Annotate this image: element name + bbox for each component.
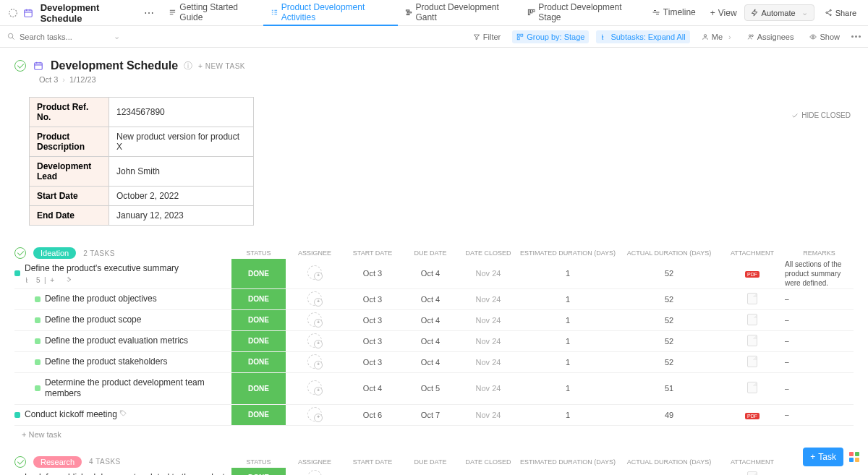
add-view[interactable]: + View: [703, 8, 744, 18]
check-icon: [14, 456, 26, 468]
assignee-add[interactable]: [307, 354, 322, 369]
tag-icon[interactable]: [119, 409, 127, 417]
tab-stage[interactable]: Product Development Stage: [520, 0, 644, 26]
status-bullet[interactable]: [35, 296, 41, 302]
file-icon[interactable]: [747, 382, 757, 393]
status-badge[interactable]: DONE: [231, 331, 286, 351]
status-bullet[interactable]: [14, 412, 20, 418]
col-header[interactable]: ATTACHMENT: [720, 249, 785, 257]
doc-title: Development Schedule: [41, 2, 137, 24]
tab-gantt[interactable]: Product Development Gantt: [398, 0, 521, 26]
task-row[interactable]: Define the product stakeholders DONE Oct…: [14, 352, 854, 373]
task-name: Define the product evaluation metrics: [45, 335, 188, 346]
file-icon[interactable]: [747, 471, 757, 475]
col-header[interactable]: ASSIGNEE: [286, 249, 344, 257]
status-badge[interactable]: DONE: [231, 468, 286, 475]
col-header[interactable]: ATTACHMENT: [720, 458, 785, 466]
fab-apps-button[interactable]: [849, 452, 859, 462]
due-date: Oct 4: [401, 316, 459, 325]
group-pill[interactable]: Research: [33, 456, 82, 468]
task-row[interactable]: Define the product's executive summary 5…: [14, 259, 854, 289]
pdf-icon[interactable]: PDF: [745, 413, 760, 419]
info-icon[interactable]: ⓘ: [184, 60, 192, 72]
assignee-add[interactable]: [307, 407, 322, 421]
col-header[interactable]: ESTIMATED DURATION (DAYS): [517, 249, 618, 257]
file-icon[interactable]: [747, 356, 757, 367]
task-row[interactable]: Define the product objectives DONE Oct 3…: [14, 289, 854, 310]
hide-closed-button[interactable]: HIDE CLOSED: [791, 111, 851, 119]
group-by-button[interactable]: Group by: Stage: [512, 30, 589, 43]
share-button[interactable]: Share: [820, 6, 861, 20]
status-bullet[interactable]: [35, 359, 41, 365]
new-task-row[interactable]: + New task: [14, 426, 854, 439]
task-row[interactable]: Define the product evaluation metrics DO…: [14, 331, 854, 352]
tab-timeline[interactable]: Timeline: [644, 0, 703, 26]
col-header[interactable]: REMARKS: [785, 249, 854, 257]
status-badge[interactable]: DONE: [231, 405, 286, 425]
status-bullet[interactable]: [35, 317, 41, 323]
col-header[interactable]: START DATE: [344, 458, 401, 466]
task-name: Look for published documents related to …: [25, 472, 225, 475]
status-badge[interactable]: DONE: [231, 259, 286, 288]
search-input[interactable]: [20, 33, 106, 41]
pdf-icon[interactable]: PDF: [745, 271, 760, 278]
col-header[interactable]: DATE CLOSED: [459, 249, 517, 257]
group-pill[interactable]: Ideation: [33, 247, 76, 259]
task-row[interactable]: Determine the product development team m…: [14, 373, 854, 405]
filter-button[interactable]: Filter: [469, 30, 505, 43]
assignee-add[interactable]: [307, 380, 322, 395]
task-row[interactable]: Define the product scope DONE Oct 3 Oct …: [14, 310, 854, 331]
assignee-add[interactable]: [307, 333, 322, 348]
col-header[interactable]: STATUS: [231, 249, 286, 257]
start-date: Oct 3: [344, 269, 401, 278]
col-header[interactable]: STATUS: [231, 458, 286, 466]
tab-getting-started[interactable]: Getting Started Guide: [161, 0, 263, 26]
date-closed: Nov 24: [459, 411, 517, 419]
col-header[interactable]: ACTUAL DURATION (DAYS): [618, 458, 720, 466]
date-closed: Nov 24: [459, 384, 517, 393]
status-badge[interactable]: DONE: [231, 289, 286, 309]
start-date: Oct 3: [344, 337, 401, 346]
assignees-button[interactable]: Assignees: [743, 30, 799, 43]
more-menu[interactable]: [851, 35, 861, 38]
col-header[interactable]: ACTUAL DURATION (DAYS): [618, 249, 720, 257]
est-duration: 1: [517, 295, 618, 304]
task-row[interactable]: Conduct kickoff meeting DONE Oct 6 Oct 7…: [14, 405, 854, 426]
assignee-add[interactable]: [307, 312, 322, 327]
fab-task-button[interactable]: + Task: [803, 448, 843, 466]
task-count: 4 TASKS: [89, 458, 121, 466]
file-icon[interactable]: [747, 335, 757, 346]
new-task-button[interactable]: + NEW TASK: [198, 62, 245, 70]
task-row[interactable]: Look for published documents related to …: [14, 468, 854, 475]
status-bullet[interactable]: [35, 338, 41, 344]
col-header[interactable]: START DATE: [344, 249, 401, 257]
me-button[interactable]: Me›: [697, 30, 736, 43]
attachment-cell: [720, 471, 785, 475]
assignee-add[interactable]: [307, 470, 322, 475]
doc-menu[interactable]: ⋯: [140, 7, 158, 19]
file-icon[interactable]: [747, 314, 757, 325]
status-bullet[interactable]: [14, 270, 20, 276]
tab-activities[interactable]: Product Development Activities: [263, 0, 398, 26]
svg-rect-2: [406, 9, 409, 10]
col-header[interactable]: DUE DATE: [401, 458, 459, 466]
subtasks-button[interactable]: Subtasks: Expand All: [596, 30, 689, 43]
col-header[interactable]: ESTIMATED DURATION (DAYS): [517, 458, 618, 466]
assignee-add[interactable]: [307, 291, 322, 306]
info-label: End Date: [30, 206, 109, 226]
status-badge[interactable]: DONE: [231, 352, 286, 372]
info-table: Product Ref. No.1234567890Product Descri…: [29, 97, 254, 226]
status-bullet[interactable]: [35, 385, 41, 391]
status-badge[interactable]: DONE: [231, 373, 286, 404]
col-header[interactable]: ASSIGNEE: [286, 458, 344, 466]
date-closed: Nov 24: [459, 295, 517, 304]
file-icon[interactable]: [747, 293, 757, 304]
search-chevron[interactable]: ⌄: [114, 32, 120, 41]
show-button[interactable]: Show: [805, 30, 844, 43]
col-header[interactable]: DUE DATE: [401, 249, 459, 257]
col-header[interactable]: DATE CLOSED: [459, 458, 517, 466]
app-icon[interactable]: [7, 7, 20, 20]
automate-button[interactable]: Automate⌄: [744, 4, 814, 21]
assignee-add[interactable]: [307, 265, 322, 280]
status-badge[interactable]: DONE: [231, 310, 286, 330]
